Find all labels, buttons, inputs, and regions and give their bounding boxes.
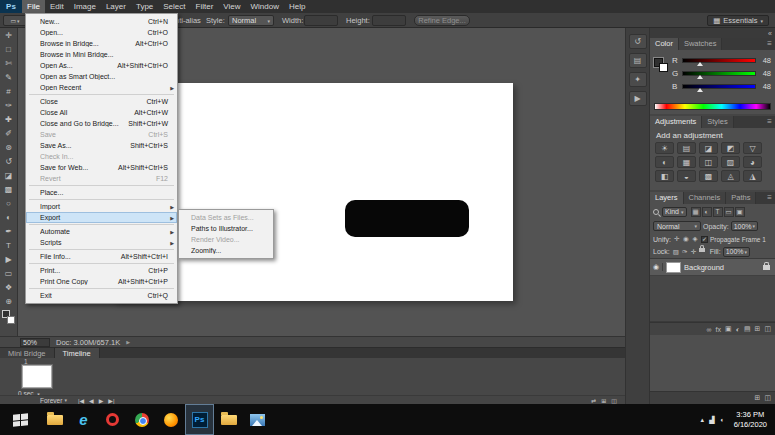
show-hidden-icons-icon[interactable]: ▴ bbox=[700, 416, 704, 424]
tool-clone-stamp-tool[interactable]: ⊛ bbox=[0, 140, 17, 154]
g-slider[interactable] bbox=[682, 71, 756, 76]
menu-layer[interactable]: Layer bbox=[101, 0, 131, 13]
height-input[interactable] bbox=[372, 15, 406, 26]
file-menu-item-import[interactable]: Import▶ bbox=[26, 201, 177, 212]
frame-thumbnail[interactable] bbox=[22, 365, 52, 388]
menu-select[interactable]: Select bbox=[158, 0, 190, 13]
threshold-icon[interactable]: ◬ bbox=[721, 170, 740, 182]
file-menu-item-print[interactable]: Print...Ctrl+P bbox=[26, 265, 177, 276]
levels-icon[interactable]: ▤ bbox=[677, 142, 696, 154]
tab-paths[interactable]: Paths bbox=[726, 192, 756, 204]
tool-brush-tool[interactable]: ✐ bbox=[0, 126, 17, 140]
file-menu-item-open-as-smart-object[interactable]: Open as Smart Object... bbox=[26, 71, 177, 82]
properties-panel-icon[interactable]: ▤ bbox=[629, 53, 647, 68]
menu-filter[interactable]: Filter bbox=[191, 0, 219, 13]
file-menu-item-scripts[interactable]: Scripts▶ bbox=[26, 237, 177, 248]
refine-edge-button[interactable]: Refine Edge... bbox=[414, 15, 470, 26]
filter-shape-layers-icon[interactable]: ▭ bbox=[724, 207, 734, 217]
taskbar-internet-explorer[interactable]: e bbox=[69, 404, 98, 435]
tool-dodge-tool[interactable]: ◐ bbox=[0, 210, 17, 224]
status-arrow-icon[interactable]: ▶ bbox=[126, 339, 130, 345]
file-menu-item-browse-in-mini-bridge[interactable]: Browse in Mini Bridge... bbox=[26, 49, 177, 60]
new-layer-icon[interactable]: ⊞ bbox=[755, 325, 761, 333]
lock-position-icon[interactable]: ✛ bbox=[690, 248, 698, 256]
tool-type-tool[interactable]: T bbox=[0, 238, 17, 252]
background-color-swatch[interactable] bbox=[7, 316, 15, 324]
tab-channels[interactable]: Channels bbox=[684, 192, 727, 204]
curves-icon[interactable]: ◪ bbox=[699, 142, 718, 154]
file-menu-item-save[interactable]: SaveCtrl+S bbox=[26, 129, 177, 140]
delete-item-icon[interactable]: ◫ bbox=[764, 394, 771, 402]
file-menu-item-open-as[interactable]: Open As...Alt+Shift+Ctrl+O bbox=[26, 60, 177, 71]
color-balance-icon[interactable]: ▦ bbox=[677, 156, 696, 168]
layer-effects-icon[interactable]: fx bbox=[716, 326, 721, 333]
tool-eyedropper-tool[interactable]: ✑ bbox=[0, 98, 17, 112]
tab-mini-bridge[interactable]: Mini Bridge bbox=[0, 348, 55, 358]
invert-icon[interactable]: ◒ bbox=[677, 170, 696, 182]
file-menu-item-place[interactable]: Place... bbox=[26, 187, 177, 198]
link-layers-icon[interactable]: ∞ bbox=[707, 326, 712, 333]
menu-image[interactable]: Image bbox=[69, 0, 101, 13]
new-group-icon[interactable]: ▤ bbox=[744, 325, 751, 333]
previous-frame-icon[interactable]: ◀ bbox=[89, 397, 94, 404]
tab-styles[interactable]: Styles bbox=[702, 116, 733, 128]
photo-filter-icon[interactable]: ▨ bbox=[721, 156, 740, 168]
tab-adjustments[interactable]: Adjustments bbox=[650, 116, 702, 128]
layer-row-background[interactable]: ◉ Background bbox=[650, 259, 775, 276]
unify-visibility-icon[interactable]: ◉ bbox=[682, 235, 690, 243]
slider-thumb-icon[interactable] bbox=[697, 75, 703, 79]
menu-help[interactable]: Help bbox=[284, 0, 310, 13]
play-icon[interactable]: ▶ bbox=[99, 397, 104, 404]
tab-color[interactable]: Color bbox=[650, 38, 679, 50]
info-panel-icon[interactable]: ✦ bbox=[629, 72, 647, 87]
duplicate-frame-icon[interactable]: ⊞ bbox=[601, 397, 606, 404]
delete-frame-icon[interactable]: ◫ bbox=[611, 397, 617, 404]
taskbar-firefox[interactable] bbox=[156, 404, 185, 435]
network-icon[interactable]: ▟ bbox=[709, 416, 714, 424]
taskbar-photoshop[interactable]: Ps bbox=[185, 404, 214, 435]
slider-thumb-icon[interactable] bbox=[697, 88, 703, 92]
filter-type-layers-icon[interactable]: T bbox=[713, 207, 723, 217]
channel-mixer-icon[interactable]: ◕ bbox=[743, 156, 762, 168]
style-select[interactable]: Normal ▾ bbox=[228, 15, 274, 26]
tool-crop-tool[interactable]: # bbox=[0, 84, 17, 98]
file-menu-item-check-in[interactable]: Check In... bbox=[26, 151, 177, 162]
slider-thumb-icon[interactable] bbox=[697, 62, 703, 66]
r-slider[interactable] bbox=[682, 58, 756, 63]
tab-layers[interactable]: Layers bbox=[650, 192, 684, 204]
foreground-background-swatches[interactable] bbox=[654, 58, 670, 74]
tool-eraser-tool[interactable]: ◪ bbox=[0, 168, 17, 182]
actions-panel-icon[interactable]: ▶ bbox=[629, 91, 647, 106]
start-button[interactable] bbox=[0, 404, 40, 435]
file-menu-item-save-for-web[interactable]: Save for Web...Alt+Shift+Ctrl+S bbox=[26, 162, 177, 173]
next-frame-icon[interactable]: ▶| bbox=[108, 397, 114, 404]
tool-pen-tool[interactable]: ✒ bbox=[0, 224, 17, 238]
taskbar-pictures[interactable] bbox=[243, 404, 272, 435]
workspace-switcher[interactable]: ▦ Essentials ▾ bbox=[707, 15, 769, 26]
background-color-swatch[interactable] bbox=[659, 63, 668, 72]
tool-hand-tool[interactable]: ❖ bbox=[0, 280, 17, 294]
lock-transparency-icon[interactable]: ▨ bbox=[672, 248, 680, 256]
zoom-level-input[interactable]: 50% bbox=[20, 338, 50, 347]
width-input[interactable] bbox=[304, 15, 338, 26]
tool-blur-tool[interactable]: ○ bbox=[0, 196, 17, 210]
tween-icon[interactable]: ⇄ bbox=[591, 397, 596, 404]
menu-edit[interactable]: Edit bbox=[45, 0, 69, 13]
volume-icon[interactable]: ◖ bbox=[719, 416, 723, 424]
file-menu-item-close-all[interactable]: Close AllAlt+Ctrl+W bbox=[26, 107, 177, 118]
posterize-icon[interactable]: ▩ bbox=[699, 170, 718, 182]
visibility-eye-icon[interactable]: ◉ bbox=[650, 263, 663, 271]
first-frame-icon[interactable]: |◀ bbox=[78, 397, 84, 404]
taskbar-chrome[interactable] bbox=[127, 404, 156, 435]
taskbar-opera[interactable] bbox=[98, 404, 127, 435]
hue-saturation-icon[interactable]: ◐ bbox=[655, 156, 674, 168]
tool-path-selection-tool[interactable]: ▶ bbox=[0, 252, 17, 266]
gradient-map-icon[interactable]: ◮ bbox=[743, 170, 762, 182]
filter-pixel-layers-icon[interactable]: ▦ bbox=[691, 207, 701, 217]
file-menu-item-new[interactable]: New...Ctrl+N bbox=[26, 16, 177, 27]
tool-lasso-tool[interactable]: ✄ bbox=[0, 56, 17, 70]
file-menu-item-print-one-copy[interactable]: Print One CopyAlt+Shift+Ctrl+P bbox=[26, 276, 177, 287]
menu-type[interactable]: Type bbox=[131, 0, 158, 13]
color-lookup-icon[interactable]: ◧ bbox=[655, 170, 674, 182]
filter-adjustment-layers-icon[interactable]: ◐ bbox=[702, 207, 712, 217]
